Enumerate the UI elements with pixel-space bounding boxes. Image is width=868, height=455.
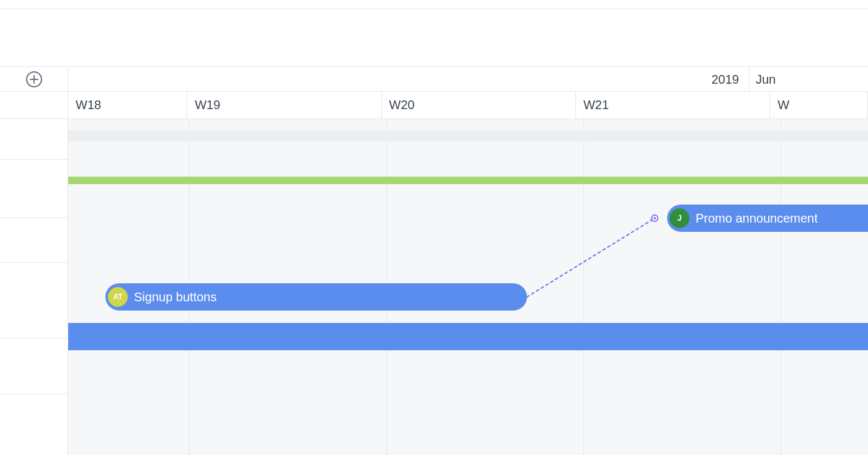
timeline-header-year-month: 2019 Jun <box>68 67 868 92</box>
row-gutter <box>0 67 68 455</box>
gutter-row[interactable] <box>0 160 68 218</box>
week-label: W18 <box>76 98 101 112</box>
avatar-initials: J <box>678 214 682 223</box>
toolbar-blank-area <box>0 9 868 66</box>
gutter-rows <box>0 119 68 455</box>
week-label: W20 <box>389 98 415 112</box>
week-label: W21 <box>583 98 609 112</box>
plus-icon <box>30 75 38 84</box>
year-label: 2019 <box>712 67 746 92</box>
week-header-w19[interactable]: W19 <box>187 92 381 118</box>
week-header-w20[interactable]: W20 <box>382 92 576 118</box>
gutter-header <box>0 67 68 92</box>
gutter-week-spacer <box>0 92 68 119</box>
assignee-avatar-at: AT <box>108 287 128 307</box>
dependency-connector <box>525 216 657 299</box>
week-label: W19 <box>195 98 220 112</box>
timeline: 2019 Jun W18W19W20W21W J Promo announcem… <box>0 66 868 455</box>
timeline-body[interactable]: J Promo announcement AT Signup buttons <box>68 119 868 455</box>
timeline-grid[interactable]: 2019 Jun W18W19W20W21W J Promo announcem… <box>68 67 868 455</box>
week-header-w21[interactable]: W21 <box>576 92 770 118</box>
timeline-header-weeks: W18W19W20W21W <box>68 92 868 119</box>
task-label: Signup buttons <box>134 290 216 304</box>
task-bar-signup-buttons[interactable]: AT Signup buttons <box>105 283 527 311</box>
month-cell-jun[interactable]: Jun <box>749 67 868 92</box>
task-label: Promo announcement <box>696 211 818 226</box>
phase-bar-green[interactable] <box>68 177 868 184</box>
add-row-button[interactable] <box>26 71 42 87</box>
task-bar-unnamed[interactable] <box>68 323 868 350</box>
svg-line-0 <box>527 218 655 297</box>
month-label: Jun <box>756 73 776 87</box>
assignee-avatar-j: J <box>670 208 689 228</box>
gutter-row[interactable] <box>0 119 68 160</box>
avatar-initials: AT <box>113 293 122 301</box>
week-label: W <box>777 98 789 112</box>
group-header-band <box>68 130 868 141</box>
gutter-row[interactable] <box>0 263 68 338</box>
task-bar-promo-announcement[interactable]: J Promo announcement <box>667 205 868 232</box>
week-header-w[interactable]: W <box>770 92 868 118</box>
week-header-w18[interactable]: W18 <box>68 92 187 118</box>
gutter-row[interactable] <box>0 218 68 263</box>
gutter-row[interactable] <box>0 394 68 455</box>
gutter-row[interactable] <box>0 338 68 394</box>
dependency-endpoint-icon <box>651 214 658 222</box>
window-top-border <box>0 0 868 9</box>
